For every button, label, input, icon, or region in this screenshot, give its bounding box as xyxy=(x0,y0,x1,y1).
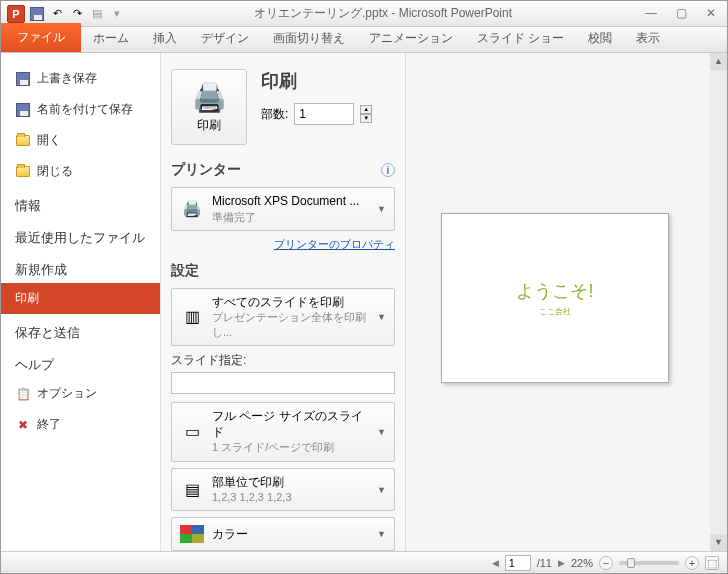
close-button[interactable]: ✕ xyxy=(701,6,721,22)
qat-icon[interactable]: ▾ xyxy=(109,6,125,22)
zoom-in-button[interactable]: + xyxy=(685,556,699,570)
status-bar: ◀ /11 ▶ 22% − + ⬚ xyxy=(1,551,727,573)
zoom-slider[interactable] xyxy=(619,561,679,565)
print-range-dropdown[interactable]: ▥ すべてのスライドを印刷 プレゼンテーション全体を印刷し... ▼ xyxy=(171,288,395,346)
title-bar: P ↶ ↷ ▤ ▾ オリエンテーリング.pptx - Microsoft Pow… xyxy=(1,1,727,27)
sidebar-item-options[interactable]: 📋オプション xyxy=(1,378,160,409)
printer-name: Microsoft XPS Document ... xyxy=(212,194,369,210)
sidebar-item-label: 上書き保存 xyxy=(37,70,97,87)
printer-icon: 🖨️ xyxy=(180,199,204,219)
undo-icon[interactable]: ↶ xyxy=(49,6,65,22)
redo-icon[interactable]: ↷ xyxy=(69,6,85,22)
disk-icon xyxy=(15,71,31,87)
layout-dropdown[interactable]: ▭ フル ページ サイズのスライド 1 スライド/ページで印刷 ▼ xyxy=(171,402,395,461)
info-icon[interactable]: i xyxy=(381,163,395,177)
qat-icon[interactable]: ▤ xyxy=(89,6,105,22)
copies-spinner[interactable]: ▲▼ xyxy=(360,105,374,123)
folder-icon xyxy=(15,164,31,180)
print-heading: 印刷 xyxy=(261,69,374,93)
print-button[interactable]: 🖨️ 印刷 xyxy=(171,69,247,145)
chevron-down-icon: ▼ xyxy=(377,427,386,437)
window-controls: — ▢ ✕ xyxy=(641,6,721,22)
sidebar-item-close[interactable]: 閉じる xyxy=(1,156,160,187)
maximize-button[interactable]: ▢ xyxy=(671,6,691,22)
sidebar-item-print[interactable]: 印刷 xyxy=(1,283,160,314)
tab-slideshow[interactable]: スライド ショー xyxy=(465,25,576,52)
tab-file[interactable]: ファイル xyxy=(1,23,81,52)
tab-transitions[interactable]: 画面切り替え xyxy=(261,25,357,52)
page-total: /11 xyxy=(537,557,552,569)
prev-page-button[interactable]: ◀ xyxy=(492,558,499,568)
app-icon[interactable]: P xyxy=(7,5,25,23)
folder-icon xyxy=(15,133,31,149)
window-title: オリエンテーリング.pptx - Microsoft PowerPoint xyxy=(125,5,641,22)
quick-access-toolbar: P ↶ ↷ ▤ ▾ xyxy=(7,5,125,23)
printer-status: 準備完了 xyxy=(212,210,369,224)
copies-label: 部数: xyxy=(261,106,288,123)
minimize-button[interactable]: — xyxy=(641,6,661,22)
chevron-down-icon: ▼ xyxy=(377,529,386,539)
sidebar-item-save-as[interactable]: 名前を付けて保存 xyxy=(1,94,160,125)
tab-view[interactable]: 表示 xyxy=(624,25,672,52)
backstage-content: 🖨️ 印刷 印刷 部数: ▲▼ プリンター i 🖨️ xyxy=(161,53,727,551)
scroll-up-icon[interactable]: ▲ xyxy=(710,53,727,70)
chevron-down-icon: ▼ xyxy=(377,485,386,495)
backstage-sidebar: 上書き保存 名前を付けて保存 開く 閉じる 情報 最近使用したファイル 新規作成… xyxy=(1,53,161,551)
zoom-out-button[interactable]: − xyxy=(599,556,613,570)
zoom-thumb[interactable] xyxy=(627,558,635,568)
vertical-scrollbar[interactable]: ▲ ▼ xyxy=(710,53,727,551)
sidebar-item-info[interactable]: 情報 xyxy=(1,187,160,219)
disk-icon xyxy=(15,102,31,118)
layout-sub: 1 スライド/ページで印刷 xyxy=(212,440,369,454)
sidebar-item-label: 名前を付けて保存 xyxy=(37,101,133,118)
slide-title-text: ようこそ! xyxy=(516,279,593,303)
sidebar-item-save[interactable]: 上書き保存 xyxy=(1,63,160,94)
sidebar-item-help[interactable]: ヘルプ xyxy=(1,346,160,378)
collate-icon: ▤ xyxy=(180,480,204,500)
color-title: カラー xyxy=(212,527,369,543)
collate-title: 部単位で印刷 xyxy=(212,475,369,491)
slide-subtitle-text: ここ合社 xyxy=(539,306,571,317)
tab-home[interactable]: ホーム xyxy=(81,25,141,52)
sidebar-item-recent[interactable]: 最近使用したファイル xyxy=(1,219,160,251)
slides-range-input[interactable] xyxy=(171,372,395,394)
slides-range-label: スライド指定: xyxy=(171,352,395,369)
print-range-title: すべてのスライドを印刷 xyxy=(212,295,369,311)
collate-dropdown[interactable]: ▤ 部単位で印刷 1,2,3 1,2,3 1,2,3 ▼ xyxy=(171,468,395,512)
chevron-down-icon: ▼ xyxy=(377,204,386,214)
printer-dropdown[interactable]: 🖨️ Microsoft XPS Document ... 準備完了 ▼ xyxy=(171,187,395,231)
print-preview: ようこそ! ここ合社 ▲ ▼ xyxy=(406,53,727,551)
sidebar-item-label: 終了 xyxy=(37,416,61,433)
sidebar-item-share[interactable]: 保存と送信 xyxy=(1,314,160,346)
tab-insert[interactable]: 挿入 xyxy=(141,25,189,52)
print-range-sub: プレゼンテーション全体を印刷し... xyxy=(212,310,369,339)
save-icon[interactable] xyxy=(29,6,45,22)
page-number-input[interactable] xyxy=(505,555,531,571)
fit-to-window-button[interactable]: ⬚ xyxy=(705,556,719,570)
layout-title: フル ページ サイズのスライド xyxy=(212,409,369,440)
ribbon-tabs: ファイル ホーム 挿入 デザイン 画面切り替え アニメーション スライド ショー… xyxy=(1,27,727,53)
zoom-level: 22% xyxy=(571,557,593,569)
slides-icon: ▥ xyxy=(180,307,204,327)
exit-icon: ✖ xyxy=(15,417,31,433)
sidebar-item-exit[interactable]: ✖終了 xyxy=(1,409,160,440)
sidebar-item-open[interactable]: 開く xyxy=(1,125,160,156)
sidebar-item-label: 印刷 xyxy=(15,290,39,307)
tab-animations[interactable]: アニメーション xyxy=(357,25,465,52)
color-dropdown[interactable]: カラー ▼ xyxy=(171,517,395,551)
settings-section-header: 設定 xyxy=(171,262,199,280)
chevron-down-icon: ▼ xyxy=(377,312,386,322)
sidebar-item-new[interactable]: 新規作成 xyxy=(1,251,160,283)
copies-input[interactable] xyxy=(294,103,354,125)
collate-sub: 1,2,3 1,2,3 1,2,3 xyxy=(212,490,369,504)
printer-properties-link[interactable]: プリンターのプロパティ xyxy=(171,237,395,252)
scroll-down-icon[interactable]: ▼ xyxy=(710,534,727,551)
tab-review[interactable]: 校閲 xyxy=(576,25,624,52)
tab-design[interactable]: デザイン xyxy=(189,25,261,52)
printer-section-header: プリンター xyxy=(171,161,241,179)
backstage-view: 上書き保存 名前を付けて保存 開く 閉じる 情報 最近使用したファイル 新規作成… xyxy=(1,53,727,551)
next-page-button[interactable]: ▶ xyxy=(558,558,565,568)
color-icon xyxy=(180,524,204,544)
print-button-label: 印刷 xyxy=(197,117,221,134)
sidebar-item-label: オプション xyxy=(37,385,97,402)
